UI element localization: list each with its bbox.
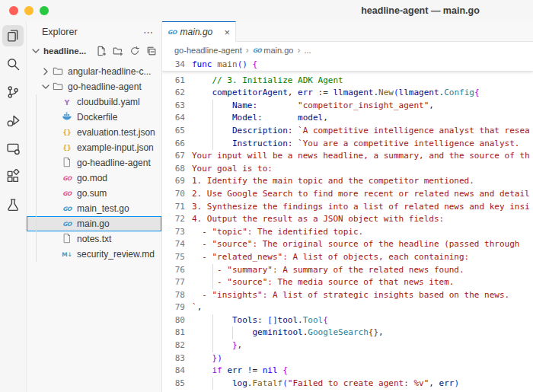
tree-item-example-input-json[interactable]: {}example-input.json <box>27 140 161 155</box>
section-actions <box>95 46 157 57</box>
line-number: 75 <box>162 251 185 264</box>
activity-bar-item-testing[interactable] <box>2 194 24 215</box>
sidebar-title: Explorer <box>42 27 78 37</box>
line-number: 62 <box>162 87 185 100</box>
tree-item-notes-txt[interactable]: notes.txt <box>27 231 161 247</box>
code-token: "Failed to create agent: %v" <box>288 378 429 388</box>
breadcrumb-item[interactable]: GOmain.go <box>253 46 294 55</box>
line-number: 85 <box>162 378 185 390</box>
indent-guide <box>212 339 213 352</box>
line-number: 82 <box>162 339 185 352</box>
new-file-button[interactable] <box>95 46 107 57</box>
code-line-73: 73 - "topic": The identified topic. <box>162 226 533 239</box>
tree-item-angular-headline-c-[interactable]: angular-headline-c... <box>27 64 161 79</box>
tree-indent-guide <box>36 155 37 171</box>
tree-item-security-review-md[interactable]: M↓security_review.md <box>27 247 161 262</box>
indent-guide <box>212 378 213 390</box>
code-lines: 6061 // 3. Initialize ADK Agent62 compet… <box>162 59 533 392</box>
indent-guide <box>212 276 213 289</box>
code-editor[interactable]: 6061 // 3. Initialize ADK Agent62 compet… <box>162 59 533 392</box>
activity-bar-item-explorer[interactable] <box>2 25 24 46</box>
activity-bar-item-run-debug[interactable] <box>2 110 24 131</box>
activity-bar-item-search[interactable] <box>2 53 24 75</box>
line-number: 74 <box>162 238 185 251</box>
sidebar-more-actions-button[interactable]: ⋯ <box>143 27 154 38</box>
activity-bar-item-remote-explorer[interactable] <box>2 138 24 159</box>
tree-item-evaluation-test-json[interactable]: {}evaluation.test.json <box>27 125 161 140</box>
zoom-window-button[interactable] <box>40 6 49 15</box>
line-number: 71 <box>162 201 185 214</box>
code-text: }) <box>192 352 533 365</box>
code-token: 4. Output the result as a JSON object wi… <box>192 214 444 224</box>
code-token: nil <box>263 365 278 375</box>
breadcrumb-item[interactable]: ... <box>304 46 311 55</box>
indent-guide <box>212 138 213 151</box>
code-token: Your input will be a news headline, a su… <box>192 151 530 161</box>
tab-bar: GO main.go × <box>162 21 533 42</box>
tree-item-go-headline-agent[interactable]: go-headline-agent <box>27 79 161 94</box>
new-folder-button[interactable] <box>112 46 123 57</box>
close-window-button[interactable] <box>9 6 18 15</box>
tab-main-go[interactable]: GO main.go × <box>162 21 236 42</box>
code-token: Model: <box>232 113 263 123</box>
code-text: Name: "competitor_insight_agent", <box>192 100 533 113</box>
tree-item-label: go-headline-agent <box>68 81 142 92</box>
code-token: , <box>378 327 384 337</box>
chevron-down-icon <box>30 45 42 57</box>
code-text: log.Fatalf("Failed to create agent: %v",… <box>192 378 533 390</box>
titlebar: headline-agent — main.go <box>0 0 533 21</box>
code-token: { <box>282 365 288 375</box>
code-text: - "source": The media source of that new… <box>192 276 533 289</box>
yaml-icon: Y <box>65 98 70 107</box>
line-number: 73 <box>162 226 185 239</box>
editor-group: GO main.go × go-headline-agent›GOmain.go… <box>162 21 533 392</box>
code-token: ` <box>192 302 197 312</box>
code-token: , <box>323 113 328 123</box>
indent-guide <box>212 112 213 125</box>
refresh-button[interactable] <box>129 46 140 57</box>
code-line-34: 34func main() { <box>162 59 533 72</box>
tree-item-dockerfile[interactable]: Dockerfile <box>27 110 161 125</box>
minimize-window-button[interactable] <box>24 6 34 15</box>
code-token <box>192 327 252 337</box>
line-number: 68 <box>162 163 185 176</box>
code-token: . <box>298 315 303 325</box>
code-line-68: 68Your goal is to: <box>162 163 533 176</box>
indent-guide <box>212 327 213 339</box>
code-line-78: 78 - "insights": A list of strategic ins… <box>162 289 533 302</box>
tree-item-go-headline-agent[interactable]: go-headline-agent <box>27 155 161 171</box>
file-icon <box>62 157 72 170</box>
window-title: headline-agent — main.go <box>344 5 496 16</box>
tree-item-label: cloudbuild.yaml <box>77 97 140 107</box>
code-token: geminitool <box>252 327 302 337</box>
breadcrumb-label: main.go <box>263 46 293 55</box>
tree-item-label: Dockerfile <box>77 112 117 123</box>
folder-icon <box>53 65 63 78</box>
code-token: { <box>323 315 328 325</box>
tree-item-main-test-go[interactable]: GOmain_test.go <box>27 201 161 216</box>
indent-guide <box>232 327 233 339</box>
activity-bar-item-extensions[interactable] <box>2 166 24 187</box>
code-token: Instruction: <box>232 139 292 148</box>
code-text: 1. Identify the main topic and the compe… <box>192 175 533 188</box>
tree-item-main-go[interactable]: GOmain.go <box>27 216 161 231</box>
workspace-section-header[interactable]: headline... <box>27 43 161 59</box>
go-pink-icon: GO <box>62 175 72 182</box>
code-text: - "source": The original source of the h… <box>192 238 533 251</box>
code-line-69: 691. Identify the main topic and the com… <box>162 175 533 188</box>
tree-item-cloudbuild-yaml[interactable]: Ycloudbuild.yaml <box>27 94 161 110</box>
chevron-right-icon <box>40 65 52 78</box>
code-line-80: 80 Tools: []tool.Tool{ <box>162 314 533 327</box>
line-number: 69 <box>162 175 185 188</box>
tree-item-go-mod[interactable]: GOgo.mod <box>27 171 161 186</box>
code-line-67: 67Your input will be a news headline, a … <box>162 150 533 163</box>
close-tab-icon[interactable]: × <box>224 27 230 37</box>
code-token <box>263 113 298 123</box>
collapse-all-button[interactable] <box>145 46 157 57</box>
breadcrumb-item[interactable]: go-headline-agent <box>174 46 242 55</box>
code-text: // 3. Initialize ADK Agent <box>192 75 533 88</box>
tree-item-go-sum[interactable]: GOgo.sum <box>27 186 161 201</box>
activity-bar-item-source-control[interactable] <box>2 81 24 103</box>
code-text: 2. Use Google Search to find more recent… <box>192 188 533 201</box>
code-token: - "summary": A summary of the related ne… <box>192 265 464 275</box>
